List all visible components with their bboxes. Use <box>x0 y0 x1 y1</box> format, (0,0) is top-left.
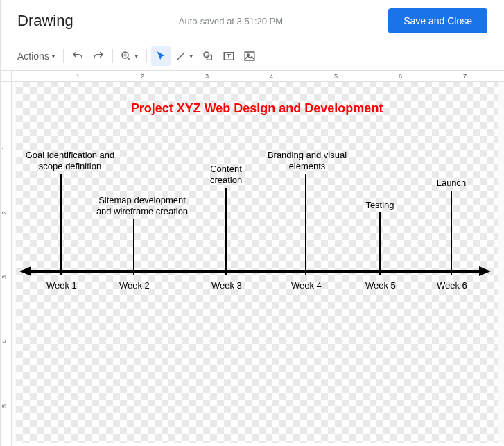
ruler-tick: 6 <box>399 71 402 82</box>
dialog-title: Drawing <box>17 12 73 30</box>
horizontal-ruler[interactable]: 1 2 3 4 5 6 7 <box>12 71 504 82</box>
shape-icon <box>202 50 214 62</box>
ruler-tick: 5 <box>334 71 338 82</box>
undo-button[interactable] <box>68 46 87 66</box>
svg-marker-14 <box>479 266 491 276</box>
ruler-tick: 2 <box>141 71 144 82</box>
dialog-header: Drawing Auto-saved at 3:51:20 PM Save an… <box>1 0 504 42</box>
save-and-close-button[interactable]: Save and Close <box>388 8 487 33</box>
actions-menu[interactable]: Actions ▼ <box>15 46 59 66</box>
toolbar-separator <box>112 49 113 63</box>
week-label[interactable]: Week 6 <box>437 280 467 291</box>
ruler-tick: 3 <box>1 275 12 279</box>
ruler-tick: 4 <box>1 340 12 343</box>
week-label[interactable]: Week 5 <box>365 280 396 291</box>
ruler-area: 1 2 3 4 5 6 7 1 2 3 4 5 Project XYZ Web … <box>1 71 504 443</box>
ruler-corner <box>1 71 12 82</box>
image-icon <box>243 50 256 62</box>
milestone-label[interactable]: Branding and visual elements <box>266 150 349 171</box>
timeline-shape[interactable] <box>16 82 498 443</box>
week-label[interactable]: Week 3 <box>211 280 242 291</box>
line-tool[interactable]: ▼ <box>172 46 197 66</box>
milestone-label[interactable]: Content creation <box>195 164 257 185</box>
canvas[interactable]: Project XYZ Web Design and Development G… <box>12 82 504 443</box>
svg-rect-10 <box>245 52 254 60</box>
ruler-tick: 1 <box>76 71 80 82</box>
milestone-label[interactable]: Testing <box>359 200 401 211</box>
chevron-down-icon: ▼ <box>134 53 139 60</box>
ruler-tick: 5 <box>1 404 12 408</box>
drawing-dialog: Drawing Auto-saved at 3:51:20 PM Save an… <box>0 0 504 446</box>
line-icon <box>175 50 187 62</box>
cursor-icon <box>155 50 167 62</box>
toolbar-separator <box>146 49 147 63</box>
autosave-status: Auto-saved at 3:51:20 PM <box>179 16 283 26</box>
svg-line-4 <box>177 53 185 60</box>
svg-line-1 <box>128 58 130 60</box>
drawing-content: Project XYZ Web Design and Development G… <box>16 82 498 443</box>
redo-icon <box>92 50 105 62</box>
ruler-tick: 2 <box>1 211 12 214</box>
textbox-tool[interactable] <box>219 46 238 66</box>
chevron-down-icon: ▼ <box>189 53 194 60</box>
svg-marker-13 <box>19 266 31 276</box>
actions-label: Actions <box>17 51 49 62</box>
week-label[interactable]: Week 4 <box>291 280 322 291</box>
image-tool[interactable] <box>240 46 259 66</box>
milestone-label[interactable]: Goal identification and scope definition <box>21 150 119 171</box>
ruler-tick: 3 <box>205 71 209 82</box>
ruler-tick: 7 <box>463 71 467 82</box>
zoom-button[interactable]: ▼ <box>117 46 142 66</box>
zoom-icon <box>120 50 132 62</box>
week-label[interactable]: Week 2 <box>119 280 150 291</box>
toolbar: Actions ▼ ▼ ▼ <box>1 42 504 70</box>
ruler-tick: 4 <box>270 71 273 82</box>
undo-icon <box>71 50 84 62</box>
vertical-ruler[interactable]: 1 2 3 4 5 <box>1 82 12 446</box>
select-tool[interactable] <box>151 46 171 66</box>
milestone-label[interactable]: Sitemap development and wireframe creati… <box>94 195 191 216</box>
ruler-tick: 1 <box>1 146 12 150</box>
week-label[interactable]: Week 1 <box>46 280 77 291</box>
chevron-down-icon: ▼ <box>51 53 56 60</box>
textbox-icon <box>223 50 235 62</box>
redo-button[interactable] <box>89 46 108 66</box>
shape-tool[interactable] <box>198 46 218 66</box>
milestone-label[interactable]: Launch <box>431 178 472 189</box>
toolbar-separator <box>63 49 64 63</box>
